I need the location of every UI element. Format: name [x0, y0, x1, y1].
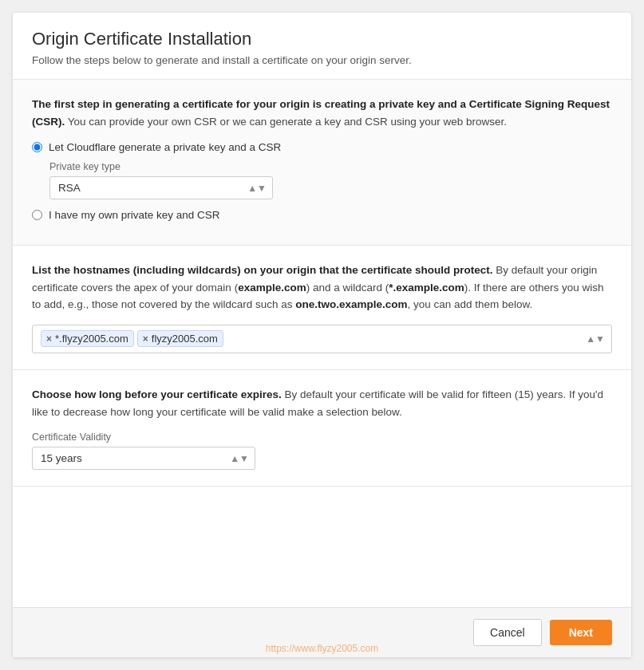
next-button[interactable]: Next [550, 620, 612, 645]
tag-domain-remove[interactable]: × [143, 333, 148, 345]
option-cloudflare-label: Let Cloudflare generate a private key an… [49, 141, 281, 153]
hostnames-tags-input[interactable]: × *.flyzy2005.com × flyzy2005.com ▲▼ [32, 325, 612, 353]
csr-description-rest: You can provide your own CSR or we can g… [68, 116, 507, 128]
modal-title: Origin Certificate Installation [32, 29, 612, 49]
tags-input-arrow: ▲▼ [586, 333, 605, 345]
modal-body: The first step in generating a certifica… [13, 80, 631, 607]
tag-domain: × flyzy2005.com [137, 330, 223, 347]
option-own-key-radio[interactable] [32, 210, 42, 220]
option-own-key-label: I have my own private key and CSR [49, 209, 220, 221]
private-key-select-wrapper: RSA ECDSA ▲▼ [49, 176, 273, 199]
private-key-select[interactable]: RSA ECDSA [49, 176, 273, 199]
validity-select-wrapper: 15 years 10 years 5 years 2 years 1 year… [32, 447, 255, 470]
modal-header: Origin Certificate Installation Follow t… [13, 13, 631, 80]
cancel-button[interactable]: Cancel [473, 619, 542, 646]
csr-description: The first step in generating a certifica… [32, 96, 612, 130]
hostnames-description: List the hostnames (including wildcards)… [32, 262, 612, 313]
hostnames-description-part4: , you can add them below. [408, 298, 533, 310]
validity-label: Certificate Validity [32, 432, 612, 443]
hostnames-description-bold: List the hostnames (including wildcards)… [32, 264, 493, 276]
validity-description-bold: Choose how long before your certificate … [32, 388, 282, 400]
option-cloudflare-radio[interactable] [32, 142, 42, 152]
private-key-label: Private key type [49, 161, 612, 172]
example-domain: example.com [238, 282, 306, 294]
option-cloudflare-generate[interactable]: Let Cloudflare generate a private key an… [32, 141, 612, 153]
validity-select[interactable]: 15 years 10 years 5 years 2 years 1 year [32, 447, 255, 470]
tag-wildcard-remove[interactable]: × [46, 333, 52, 345]
tag-wildcard-label: *.flyzy2005.com [55, 333, 128, 345]
tag-wildcard: × *.flyzy2005.com [41, 330, 134, 347]
watermark: https://www.flyzy2005.com [266, 643, 378, 654]
wildcard-domain: *.example.com [389, 282, 464, 294]
tag-domain-label: flyzy2005.com [152, 333, 218, 345]
option-own-key[interactable]: I have my own private key and CSR [32, 209, 612, 221]
modal-subtitle: Follow the steps below to generate and i… [32, 54, 612, 66]
hostnames-section: List the hostnames (including wildcards)… [13, 246, 631, 370]
validity-section: Choose how long before your certificate … [13, 370, 631, 487]
one-two-domain: one.two.example.com [295, 298, 407, 310]
hostnames-description-part2: ) and a wildcard ( [306, 282, 389, 294]
csr-section: The first step in generating a certifica… [13, 80, 631, 246]
validity-description: Choose how long before your certificate … [32, 386, 612, 420]
modal-container: Origin Certificate Installation Follow t… [13, 13, 631, 657]
